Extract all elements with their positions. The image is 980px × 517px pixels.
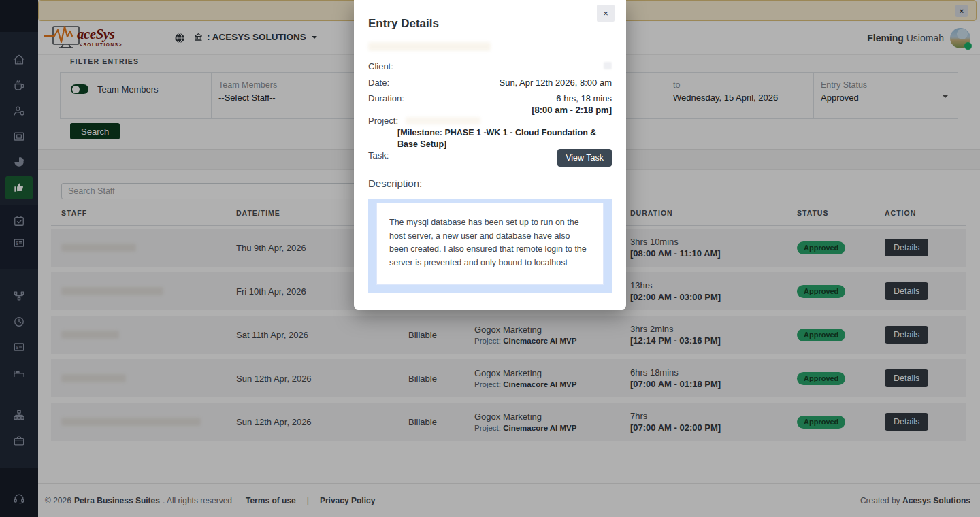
project-row: Project: (368, 116, 612, 126)
description-text: The mysql database has been set up to ru… (389, 216, 591, 269)
duration-row: Duration: 6 hrs, 18 mins (368, 93, 612, 103)
duration-label: Duration: (368, 93, 404, 103)
redacted-text (368, 42, 491, 51)
redacted-project-name (406, 117, 480, 124)
description-inner-box: The mysql database has been set up to ru… (376, 203, 604, 285)
project-label: Project: (368, 116, 398, 126)
client-label: Client: (368, 61, 393, 71)
redacted-client-value (604, 62, 612, 69)
client-row: Client: (368, 61, 612, 71)
duration-value: 6 hrs, 18 mins (556, 93, 612, 103)
project-milestone: [Milestone: PHASE 1 -WK 1 - Cloud Founda… (397, 127, 614, 150)
date-value: Sun, Apr 12th 2026, 8:00 am (499, 78, 612, 88)
date-label: Date: (368, 78, 389, 88)
modal-close-button[interactable]: × (597, 5, 615, 22)
description-box: The mysql database has been set up to ru… (368, 199, 612, 293)
description-label: Description: (368, 178, 422, 189)
view-task-button[interactable]: View Task (557, 149, 612, 167)
entry-details-modal: × Entry Details Client: Date: Sun, Apr 1… (354, 0, 626, 310)
modal-title: Entry Details (368, 17, 439, 31)
duration-time-range: [8:00 am - 2:18 pm] (532, 105, 612, 115)
date-row: Date: Sun, Apr 12th 2026, 8:00 am (368, 78, 612, 88)
task-label: Task: (368, 150, 389, 161)
app-root: $ $ × (0, 0, 980, 517)
